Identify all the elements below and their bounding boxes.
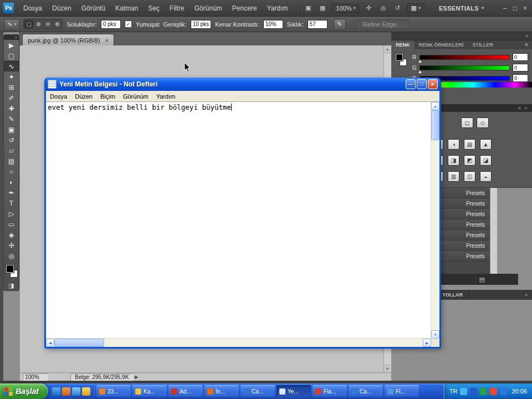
tab-stiller[interactable]: STİLLER bbox=[468, 40, 498, 49]
notepad-text-area[interactable]: evet yeni dersimiz belli bir bölgeyi büy… bbox=[46, 101, 439, 347]
dodge-tool[interactable]: ◐ bbox=[4, 177, 19, 187]
red-value-input[interactable]: 0 bbox=[513, 53, 528, 61]
marquee-tool[interactable]: ▢ bbox=[4, 50, 19, 61]
foreground-color-swatch[interactable] bbox=[6, 265, 14, 273]
close-button[interactable]: × bbox=[428, 79, 438, 89]
scrollbar-thumb[interactable] bbox=[431, 110, 439, 140]
notepad-text-content[interactable]: evet yeni dersimiz belli bir bölgeyi büy… bbox=[48, 103, 429, 111]
zoom-level-dropdown[interactable]: 100% ▾ bbox=[332, 4, 359, 13]
black-white-adjustment-icon[interactable]: ◪ bbox=[480, 155, 492, 166]
zoom-tool-icon[interactable]: ◎ bbox=[377, 3, 389, 13]
panel-menu-icon[interactable]: ≡ bbox=[518, 105, 521, 111]
notepad-menu-yardim[interactable]: Yardım bbox=[152, 93, 180, 100]
color-swatches[interactable] bbox=[4, 263, 19, 280]
hand-tool-icon[interactable]: ✣ bbox=[362, 3, 375, 13]
panel-menu-icon[interactable]: ≡ bbox=[525, 40, 532, 49]
brush-tool[interactable]: ✎ bbox=[4, 114, 19, 124]
blue-value-input[interactable]: 0 bbox=[513, 74, 528, 82]
notepad-menu-gorunum[interactable]: Görünüm bbox=[119, 93, 152, 100]
vector-mask-button[interactable]: ◇ bbox=[477, 117, 489, 128]
type-tool[interactable]: T bbox=[4, 198, 19, 208]
menu-katman[interactable]: Katman bbox=[110, 0, 143, 17]
task-button[interactable]: Fla... bbox=[313, 385, 347, 397]
notepad-menu-dosya[interactable]: Dosya bbox=[46, 93, 71, 100]
gradient-tool[interactable]: ▤ bbox=[4, 156, 19, 166]
language-indicator[interactable]: TR bbox=[449, 388, 458, 395]
task-button[interactable]: Ca... bbox=[241, 385, 275, 397]
task-button[interactable]: İn... bbox=[204, 385, 239, 397]
start-button[interactable]: Başlat bbox=[0, 383, 48, 399]
exposure-adjustment-icon[interactable]: ▲ bbox=[480, 139, 492, 150]
red-slider[interactable] bbox=[420, 55, 510, 60]
edge-contrast-input[interactable]: 10% bbox=[263, 20, 283, 29]
quick-launch-media-icon[interactable] bbox=[82, 387, 90, 396]
menu-dosya[interactable]: Dosya bbox=[18, 0, 47, 17]
subtract-selection-icon[interactable]: ⊖ bbox=[43, 20, 52, 28]
task-button-active-notepad[interactable]: Ye... bbox=[277, 385, 311, 397]
quick-mask-button[interactable]: ◨ bbox=[4, 280, 19, 290]
path-selection-tool[interactable]: ▷ bbox=[4, 208, 19, 219]
scroll-down-icon[interactable]: ▼ bbox=[384, 365, 391, 372]
pen-tool[interactable]: ✒ bbox=[4, 187, 19, 198]
task-button[interactable]: Fl... bbox=[385, 385, 419, 397]
tray-icon[interactable] bbox=[470, 388, 477, 395]
color-balance-adjustment-icon[interactable]: ◩ bbox=[464, 155, 475, 166]
view-extras-icon[interactable]: ▦ bbox=[316, 3, 329, 13]
arrange-documents-dropdown[interactable]: ▦ ▾ bbox=[407, 3, 424, 13]
status-document-size[interactable]: Belge: 295,9K/295,9K bbox=[70, 374, 133, 381]
new-selection-icon[interactable]: ▢ bbox=[24, 20, 33, 28]
slider-marker-icon[interactable] bbox=[418, 70, 422, 73]
eyedropper-tool[interactable]: ✐ bbox=[4, 93, 19, 103]
menu-pencere[interactable]: Pencere bbox=[227, 0, 262, 17]
menu-filtre[interactable]: Filtre bbox=[165, 0, 190, 17]
rotate-view-icon[interactable]: ↺ bbox=[391, 3, 403, 13]
intersect-selection-icon[interactable]: ⊗ bbox=[53, 20, 62, 28]
notepad-vertical-scrollbar[interactable]: ▲ ▼ bbox=[431, 102, 439, 339]
notepad-horizontal-scrollbar[interactable]: ◀ ▶ bbox=[46, 338, 431, 347]
gradient-map-adjustment-icon[interactable]: ◫ bbox=[464, 171, 475, 182]
app-close-button[interactable]: × bbox=[523, 4, 527, 12]
panel-footer-icon[interactable]: ▤ bbox=[479, 276, 485, 283]
feather-input[interactable]: 0 pks bbox=[101, 20, 121, 29]
launch-bridge-icon[interactable]: ▣ bbox=[302, 3, 314, 13]
tray-icon[interactable] bbox=[460, 388, 467, 395]
quick-launch-desktop-icon[interactable] bbox=[72, 387, 80, 396]
quick-selection-tool[interactable]: ✦ bbox=[4, 71, 19, 82]
dock-collapse-icon[interactable]: » bbox=[391, 32, 532, 40]
workspace-switcher[interactable]: ESSENTIALS ▾ bbox=[439, 5, 484, 12]
menu-duzen[interactable]: Düzen bbox=[47, 0, 76, 17]
hue-saturation-adjustment-icon[interactable]: ◨ bbox=[448, 155, 459, 166]
pen-pressure-icon[interactable]: ✎ bbox=[334, 19, 346, 30]
toolbox-collapse-icon[interactable]: » bbox=[4, 35, 19, 40]
notepad-menu-bicim[interactable]: Biçim bbox=[96, 93, 119, 100]
width-input[interactable]: 10 pks bbox=[191, 20, 211, 29]
notepad-titlebar[interactable]: Yeni Metin Belgesi - Not Defteri — □ × bbox=[46, 78, 439, 91]
close-icon[interactable]: × bbox=[105, 37, 108, 44]
scroll-left-icon[interactable]: ◀ bbox=[46, 339, 54, 347]
task-button[interactable]: Ka... bbox=[132, 385, 167, 397]
status-menu-arrow-icon[interactable]: ▶ bbox=[135, 375, 138, 380]
menu-yardim[interactable]: Yardım bbox=[262, 0, 293, 17]
pixel-mask-button[interactable]: ◻ bbox=[461, 117, 473, 128]
crop-tool[interactable]: ⊞ bbox=[4, 82, 19, 93]
eraser-tool[interactable]: ▱ bbox=[4, 145, 19, 156]
menu-sec[interactable]: Seç bbox=[143, 0, 165, 17]
healing-brush-tool[interactable]: ✚ bbox=[4, 103, 19, 114]
frequency-input[interactable]: 57 bbox=[308, 20, 328, 29]
menu-goruntu[interactable]: Görüntü bbox=[76, 0, 110, 17]
foreground-color-swatch[interactable] bbox=[396, 54, 403, 61]
history-brush-tool[interactable]: ↺ bbox=[4, 135, 19, 145]
tab-renk[interactable]: RENK bbox=[391, 40, 415, 49]
scroll-up-icon[interactable]: ▲ bbox=[384, 45, 391, 53]
notepad-menu-duzen[interactable]: Düzen bbox=[71, 93, 96, 100]
antialias-checkbox[interactable]: ✓ bbox=[125, 21, 132, 28]
minimize-button[interactable]: — bbox=[406, 79, 416, 89]
curves-adjustment-icon[interactable]: ▤ bbox=[464, 139, 475, 150]
selective-color-adjustment-icon[interactable]: ◒ bbox=[480, 171, 492, 182]
rotate-3d-tool[interactable]: ◈ bbox=[4, 229, 19, 240]
panel-collapse-icon[interactable]: » bbox=[524, 105, 528, 111]
move-tool[interactable]: ▶ bbox=[4, 40, 19, 50]
task-button[interactable]: Ad... bbox=[168, 385, 203, 397]
tab-yollar[interactable]: YOLLAR bbox=[436, 290, 469, 300]
panel-collapse-icon[interactable]: » bbox=[525, 292, 528, 298]
